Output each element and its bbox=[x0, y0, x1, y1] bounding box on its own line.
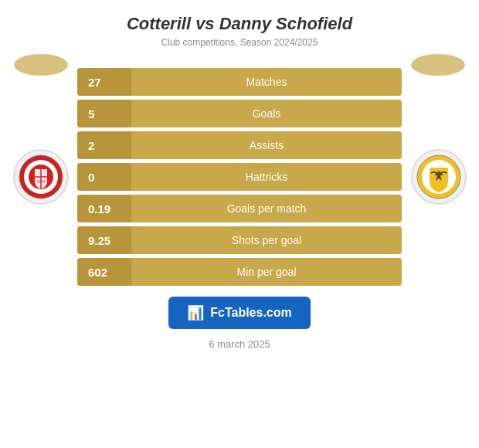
fctables-banner[interactable]: 📊 FcTables.com bbox=[168, 297, 311, 329]
team-logo-right bbox=[402, 149, 471, 205]
left-badge: 1879 bbox=[13, 149, 69, 205]
stat-label-goals: Goals bbox=[131, 107, 402, 120]
svg-text:1879: 1879 bbox=[36, 179, 45, 184]
team-logo-left: 1879 bbox=[8, 149, 77, 205]
top-oval-right bbox=[411, 54, 465, 76]
page-header: Cotterill vs Danny Schofield Club compet… bbox=[111, 0, 368, 54]
stat-value-shots-per-goal: 9.25 bbox=[77, 226, 131, 254]
stat-label-hattricks: Hattricks bbox=[131, 171, 402, 183]
right-badge-svg bbox=[416, 154, 462, 200]
stat-row-assists: 2 Assists bbox=[77, 131, 402, 159]
right-badge bbox=[411, 149, 467, 205]
stat-row-min-per-goal: 602 Min per goal bbox=[77, 258, 402, 286]
stat-value-hattricks: 0 bbox=[77, 163, 131, 191]
stat-label-goals-per-match: Goals per match bbox=[131, 202, 402, 215]
stat-value-goals-per-match: 0.19 bbox=[77, 195, 131, 222]
stat-label-matches: Matches bbox=[131, 76, 402, 88]
stat-value-min-per-goal: 602 bbox=[77, 258, 131, 286]
stat-value-matches: 27 bbox=[77, 68, 131, 96]
stat-value-goals: 5 bbox=[77, 100, 131, 127]
page-title: Cotterill vs Danny Schofield bbox=[127, 14, 352, 34]
stat-value-assists: 2 bbox=[77, 131, 131, 159]
stat-row-matches: 27 Matches bbox=[77, 68, 402, 96]
left-badge-svg: 1879 bbox=[18, 154, 64, 200]
stat-label-assists: Assists bbox=[131, 139, 402, 151]
date-footer: 6 march 2025 bbox=[209, 338, 270, 350]
stat-row-goals-per-match: 0.19 Goals per match bbox=[77, 195, 402, 222]
subtitle: Club competitions, Season 2024/2025 bbox=[127, 37, 352, 48]
stat-label-min-per-goal: Min per goal bbox=[131, 266, 402, 278]
stats-container: 27 Matches 5 Goals 2 Assists 0 Hattricks… bbox=[77, 68, 402, 286]
chart-icon: 📊 bbox=[187, 304, 204, 321]
top-oval-left bbox=[14, 54, 68, 76]
stat-label-shots-per-goal: Shots per goal bbox=[131, 234, 402, 246]
stat-row-goals: 5 Goals bbox=[77, 100, 402, 127]
stat-row-hattricks: 0 Hattricks bbox=[77, 163, 402, 191]
banner-text: FcTables.com bbox=[210, 306, 292, 320]
stat-row-shots-per-goal: 9.25 Shots per goal bbox=[77, 226, 402, 254]
main-content: 1879 27 Matches 5 Goals 2 Assists 0 Hatt… bbox=[0, 68, 479, 286]
